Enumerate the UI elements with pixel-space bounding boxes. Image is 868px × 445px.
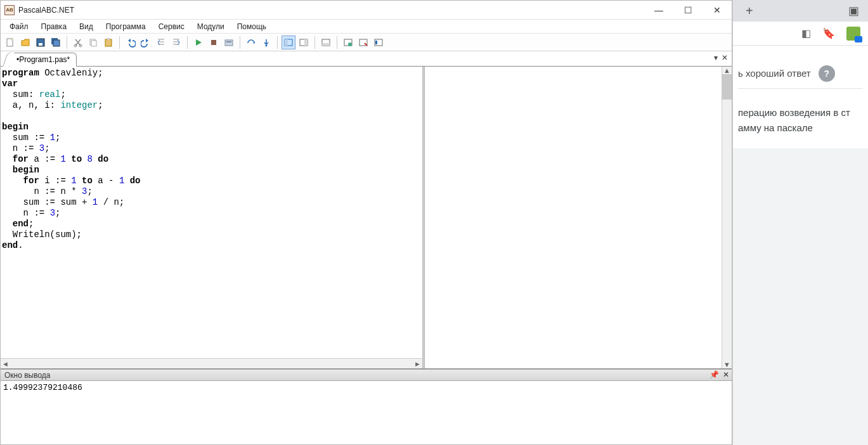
layout-a-icon[interactable] [282,35,295,49]
svg-rect-11 [107,38,110,40]
output-text: 1.49992379210486 [1,381,732,444]
secondary-editor-pane[interactable]: ▲ ▼ [424,67,732,368]
layout-c-icon[interactable] [319,35,333,49]
window-b-icon[interactable] [356,35,370,49]
ide-window: AB PascalABC.NET — ☐ ✕ Файл Правка Вид П… [0,0,732,445]
toolbar-separator [240,36,240,49]
app-icon: AB [4,5,15,15]
bookmark-all-icon[interactable]: ▣ [848,4,859,18]
menu-edit[interactable]: Правка [36,21,72,32]
new-tab-icon[interactable]: + [746,4,753,18]
editor-area: program Octavleniy;var sum: real; a, n, … [1,67,732,368]
cut-icon[interactable] [71,35,85,49]
close-button[interactable]: ✕ [703,1,732,19]
toolbar-separator [337,36,337,49]
menu-program[interactable]: Программа [101,21,151,32]
run-icon[interactable] [191,35,205,49]
save-icon[interactable] [34,35,48,49]
svg-point-23 [348,42,352,46]
svg-rect-17 [285,39,288,46]
svg-rect-14 [226,41,231,42]
menubar: Файл Правка Вид Программа Сервис Модули … [1,20,732,34]
new-file-icon[interactable] [3,35,17,49]
puzzle-icon[interactable]: ◧ [801,27,811,39]
svg-rect-21 [322,43,330,46]
svg-point-15 [266,44,268,46]
bookmark-icon[interactable]: 🔖 [822,27,835,39]
toolbar-separator [314,36,315,49]
browser-tabbar: + ▣ [733,0,868,22]
svg-rect-12 [211,40,216,45]
editor-tabbar: •Program1.pas* ▾ ✕ [1,51,732,67]
vertical-scrollbar[interactable]: ▲ ▼ [722,67,732,368]
toolbar-separator [67,36,67,49]
question-body-line: амму на паскале [738,120,863,136]
svg-rect-9 [91,41,96,46]
menu-modules[interactable]: Модули [192,21,230,32]
maximize-button[interactable]: ☐ [673,1,703,19]
step-into-icon[interactable] [259,35,273,49]
toolbar [1,34,732,51]
window-title: PascalABC.NET [18,6,74,15]
extension-icon[interactable] [846,27,860,41]
svg-rect-13 [225,40,233,46]
window-a-icon[interactable] [341,35,355,49]
undo-icon[interactable] [124,35,138,49]
svg-rect-26 [375,41,377,44]
scroll-down-icon[interactable]: ▼ [723,361,730,368]
toolbar-separator [187,36,188,49]
layout-b-icon[interactable] [297,35,311,49]
indent-right-icon[interactable] [169,35,183,49]
output-panel-title: Окно вывода [4,371,51,380]
svg-rect-19 [304,39,308,46]
menu-view[interactable]: Вид [74,21,98,32]
tab-close-icon[interactable]: ✕ [722,53,728,62]
open-file-icon[interactable] [18,35,32,49]
svg-rect-3 [39,43,42,46]
indent-left-icon[interactable] [154,35,168,49]
titlebar: AB PascalABC.NET — ☐ ✕ [1,1,732,20]
editor-tab-active[interactable]: •Program1.pas* [10,53,77,67]
browser-page: ь хороший ответ ? перацию возведения в с… [733,46,868,148]
redo-icon[interactable] [139,35,153,49]
save-all-icon[interactable] [49,35,63,49]
horizontal-scrollbar[interactable]: ◄ ► [1,358,422,368]
menu-service[interactable]: Сервис [153,21,190,32]
code-pane: program Octavleniy;var sum: real; a, n, … [1,67,422,368]
background-browser-window: + ▣ ◧ 🔖 ь хороший ответ ? перацию возвед… [732,0,868,445]
menu-help[interactable]: Помощь [232,21,271,32]
menu-file[interactable]: Файл [4,21,34,32]
scroll-thumb[interactable] [722,74,732,100]
scroll-right-icon[interactable]: ► [414,360,421,368]
tab-label: •Program1.pas* [16,55,70,64]
copy-icon[interactable] [86,35,100,49]
question-body-line: перацию возведения в ст [738,105,863,120]
paste-icon[interactable] [101,35,115,49]
compile-icon[interactable] [222,35,236,49]
code-editor[interactable]: program Octavleniy;var sum: real; a, n, … [1,67,422,358]
scroll-up-icon[interactable]: ▲ [723,67,730,74]
output-panel: Окно вывода 📌 ✕ 1.49992379210486 [1,368,732,444]
browser-toolbar: ◧ 🔖 [733,22,868,46]
scroll-left-icon[interactable]: ◄ [2,360,9,368]
panel-close-icon[interactable]: ✕ [723,370,729,379]
svg-rect-5 [53,40,60,46]
svg-rect-1 [11,39,13,41]
pin-icon[interactable]: 📌 [709,370,719,379]
step-over-icon[interactable] [244,35,258,49]
toolbar-separator [277,36,278,49]
output-panel-header[interactable]: Окно вывода 📌 ✕ [1,370,732,381]
help-icon[interactable]: ? [819,65,835,82]
tab-dropdown-icon[interactable]: ▾ [714,53,718,62]
stop-icon[interactable] [207,35,221,49]
svg-rect-10 [105,39,112,46]
minimize-button[interactable]: — [644,1,673,19]
toolbar-separator [119,36,120,49]
window-c-icon[interactable] [372,35,385,49]
question-header-text: ь хороший ответ [738,68,811,79]
